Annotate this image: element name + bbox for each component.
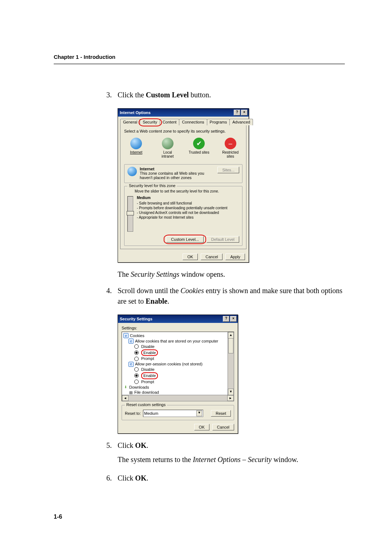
select-value: Medium	[144, 411, 158, 416]
zone-restricted-sites[interactable]: – Restrictedsites	[220, 138, 241, 158]
help-button[interactable]: ?	[223, 316, 229, 322]
t: Click	[118, 474, 135, 482]
scroll-left-icon[interactable]: ◄	[122, 395, 128, 401]
radio-disable[interactable]: Disable	[123, 367, 232, 372]
group-label: Reset custom settings	[125, 402, 167, 407]
help-button[interactable]: ?	[234, 110, 240, 116]
t: .	[167, 297, 169, 305]
t: .	[146, 441, 148, 449]
scroll-right-icon[interactable]: ►	[227, 395, 234, 401]
globe-icon	[130, 138, 142, 149]
radio-icon	[134, 367, 139, 372]
radio-prompt[interactable]: Prompt	[123, 356, 232, 361]
t: button.	[189, 91, 211, 99]
minus-icon: –	[225, 138, 236, 149]
dialog-title: Security Settings	[119, 317, 222, 321]
download-icon: ⬇	[123, 385, 128, 389]
file-icon: ▤	[128, 390, 133, 395]
tab-strip: General Security Content Connections Pro…	[118, 117, 249, 125]
security-level-group: Security level for this zone Move the sl…	[124, 186, 242, 246]
zone-trusted-sites[interactable]: ✔ Trusted sites	[188, 138, 210, 154]
step-number: 5.	[97, 440, 118, 451]
horizontal-scrollbar[interactable]: ◄ ►	[122, 395, 234, 401]
reset-to-label: Reset to:	[125, 411, 141, 416]
t: Click	[118, 441, 135, 449]
tab-panel: Select a Web content zone to specify its…	[120, 125, 246, 249]
close-button[interactable]: ×	[230, 316, 237, 322]
tab-advanced[interactable]: Advanced	[229, 119, 253, 125]
step-3: 3. Click the Custom Level button.	[97, 90, 345, 104]
tab-programs[interactable]: Programs	[207, 119, 230, 125]
zone-internet[interactable]: Internet	[126, 138, 147, 154]
zone-list: Internet Local intranet ✔ Trusted sites …	[124, 136, 242, 162]
t: Custom Level	[146, 91, 189, 99]
tab-security[interactable]: Security	[140, 119, 160, 125]
settings-label: Settings:	[122, 326, 234, 330]
cookie-icon: e	[128, 362, 134, 367]
tab-connections[interactable]: Connections	[179, 119, 207, 125]
level-description: Medium - Safe browsing and still functio…	[137, 195, 228, 232]
t: Scroll down until the	[118, 287, 180, 295]
default-level-button: Default Level	[207, 236, 239, 243]
tab-label: Security	[143, 120, 157, 124]
security-slider[interactable]	[127, 196, 133, 232]
tree-allow-stored: eAllow cookies that are stored on your c…	[123, 339, 232, 344]
zone-label: Internet	[130, 150, 142, 154]
level-bullet: - Unsigned ActiveX controls will not be …	[137, 210, 228, 215]
apply-button[interactable]: Apply	[225, 254, 245, 260]
callout-circle-icon: Enable	[141, 349, 158, 356]
ok-button[interactable]: OK	[194, 424, 209, 430]
reset-group: Reset custom settings Reset to: Medium ▼…	[122, 405, 234, 420]
tab-general[interactable]: General	[120, 119, 140, 125]
scroll-up-icon[interactable]: ▲	[228, 332, 234, 339]
zone-description: This zone contains all Web sites you hav…	[140, 171, 215, 180]
scroll-down-icon[interactable]: ▼	[228, 389, 234, 395]
level-name: Medium	[137, 195, 228, 200]
t: The	[118, 270, 131, 278]
check-icon: ✔	[193, 138, 205, 149]
level-bullet: - Prompts before downloading potentially…	[137, 206, 228, 210]
radio-prompt[interactable]: Prompt	[123, 379, 232, 385]
cancel-button[interactable]: Cancel	[212, 424, 234, 430]
page-number: 1-6	[54, 514, 62, 520]
radio-enable[interactable]: Enable	[123, 372, 232, 379]
zone-label: Restrictedsites	[222, 150, 238, 158]
cancel-button[interactable]: Cancel	[201, 254, 222, 260]
step-3-text: Click the Custom Level button.	[118, 90, 345, 100]
page-header: Chapter 1 - Introduction	[54, 54, 345, 60]
zone-local-intranet[interactable]: Local intranet	[157, 138, 179, 158]
radio-icon	[134, 380, 139, 384]
step-number: 3.	[97, 90, 118, 100]
step-number: 4.	[97, 285, 118, 296]
step-6: 6. Click OK.	[97, 473, 345, 487]
step-3-result: The Security Settings window opens.	[118, 269, 345, 280]
step-6-text: Click OK.	[118, 473, 345, 483]
settings-tree: eCookies eAllow cookies that are stored …	[122, 332, 234, 401]
radio-icon	[134, 357, 139, 361]
slider-thumb[interactable]	[127, 211, 134, 215]
globe-icon	[127, 167, 137, 176]
level-bullet: - Safe browsing and still functional	[137, 201, 228, 206]
step-4: 4. Scroll down until the Cookies entry i…	[97, 285, 345, 310]
step-number: 6.	[97, 473, 118, 483]
t: Security Settings	[131, 270, 179, 278]
reset-to-select[interactable]: Medium ▼	[143, 410, 203, 417]
scroll-thumb[interactable]	[228, 338, 233, 353]
t: OK	[135, 441, 146, 449]
tab-content[interactable]: Content	[160, 119, 180, 125]
t: Click the	[118, 91, 146, 99]
group-label: Security level for this zone	[127, 183, 177, 188]
ok-button[interactable]: OK	[183, 254, 198, 260]
titlebar: Security Settings ? ×	[118, 315, 238, 323]
reset-button[interactable]: Reset	[211, 410, 231, 417]
close-button[interactable]: ×	[241, 110, 248, 116]
vertical-scrollbar[interactable]: ▲ ▼	[228, 332, 234, 395]
t: Internet Options – Security	[193, 455, 271, 463]
radio-enable[interactable]: Enable	[123, 349, 232, 356]
custom-level-button[interactable]: Custom Level...	[166, 236, 203, 243]
tree-cookies: eCookies	[123, 333, 232, 339]
radio-disable[interactable]: Disable	[123, 344, 232, 349]
cookie-icon: e	[123, 333, 128, 338]
settings-listbox[interactable]: eCookies eAllow cookies that are stored …	[122, 332, 234, 401]
step-5-result: The system returns to the Internet Optio…	[118, 454, 345, 465]
